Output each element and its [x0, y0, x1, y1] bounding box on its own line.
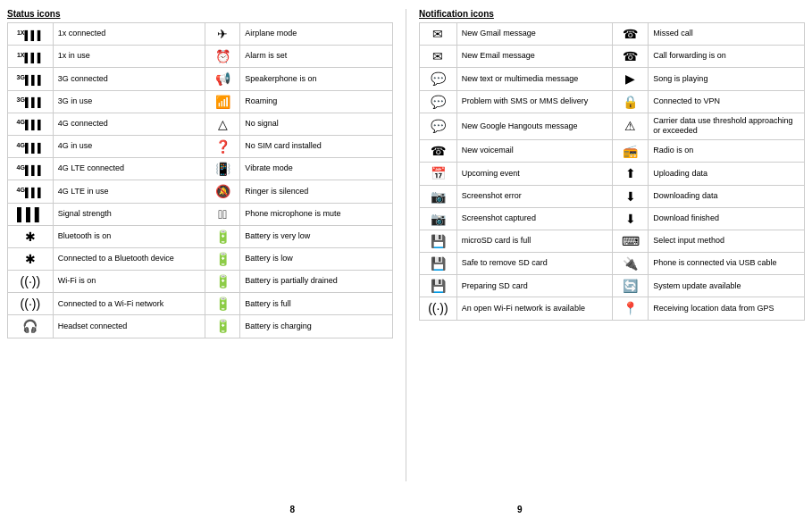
table-row: ✱ Bluetooth is on 🔋 Battery is very low	[8, 225, 393, 247]
notif-label2: Phone is connected via USB cable	[649, 253, 805, 275]
status-label: Bluetooth is on	[53, 225, 205, 247]
status-label: Connected to a Wi-Fi network	[53, 293, 205, 315]
3g_use-icon: 3G▌▌▌	[8, 90, 54, 113]
table-row: ▌▌▌ Signal strength 🎙⃠ Phone microphone …	[8, 203, 393, 225]
notif-label: An open Wi-Fi network is available	[456, 297, 613, 320]
status-icons-title: Status icons	[7, 9, 393, 19]
table-row: 📷 Screenshot captured ⬇ Download finishe…	[420, 207, 805, 230]
1x_conn-icon: 1X▌▌▌	[8, 23, 54, 46]
status-label: 4G in use	[53, 135, 205, 157]
status-label2: Phone microphone is mute	[240, 203, 393, 225]
table-row: 💾 Preparing SD card 🔄 System update avai…	[420, 275, 805, 297]
status-label2: Roaming	[240, 90, 393, 113]
status-label2: Battery is low	[240, 247, 393, 270]
status-label: Wi-Fi is on	[53, 271, 205, 293]
table-row: 💾 microSD card is full ⌨ Select input me…	[420, 230, 805, 252]
section-divider	[406, 9, 406, 481]
notif-label: New Gmail message	[456, 23, 613, 46]
wifi_open-icon: ((·))	[420, 297, 457, 320]
table-row: 4G▌▌▌ 4G LTE in use 🔕 Ringer is silenced	[8, 180, 393, 203]
status-label2: Ringer is silenced	[240, 180, 393, 203]
call_fwd-icon: ☎	[613, 46, 649, 68]
bt_on-icon: ✱	[8, 225, 54, 247]
mms-icon: 💬	[420, 68, 457, 90]
notif-label: New Google Hangouts message	[456, 113, 613, 139]
page-number-left: 8	[289, 505, 295, 514]
notif-label2: Carrier data use threshold approaching o…	[649, 113, 805, 139]
notif-label: New Email message	[456, 46, 613, 68]
notif-label: Preparing SD card	[456, 275, 613, 297]
table-row: 📅 Upcoming event ⬆ Uploading data	[420, 163, 805, 185]
notif-label2: Receiving location data from GPS	[649, 297, 805, 320]
sys_update-icon: 🔄	[613, 275, 649, 297]
input-icon: ⌨	[613, 230, 649, 252]
mic_mute-icon: 🎙⃠	[205, 203, 240, 225]
nosignal-icon: △	[205, 113, 240, 135]
notif-label2: Downloading data	[649, 185, 805, 207]
bt_conn-icon: ✱	[8, 247, 54, 270]
gmail-icon: ✉	[420, 23, 457, 46]
4g_use-icon: 4G▌▌▌	[8, 135, 54, 157]
4g_conn-icon: 4G▌▌▌	[8, 113, 54, 135]
table-row: 3G▌▌▌ 3G in use 📶 Roaming	[8, 90, 393, 113]
table-row: ((·)) An open Wi-Fi network is available…	[420, 297, 805, 320]
batt_low-icon: 🔋	[205, 225, 240, 247]
signal-icon: ▌▌▌	[8, 203, 54, 225]
nosim-icon: ❓	[205, 135, 240, 157]
hangouts-icon: 💬	[420, 113, 457, 139]
notif-label: New text or multimedia message	[456, 68, 613, 90]
notif-label: microSD card is full	[456, 230, 613, 252]
roaming-icon: 📶	[205, 90, 240, 113]
table-row: 📷 Screenshot error ⬇ Downloading data	[420, 185, 805, 207]
notif-label2: System update available	[649, 275, 805, 297]
song-icon: ▶	[613, 68, 649, 90]
status-label: 4G connected	[53, 113, 205, 135]
status-label: 1x connected	[53, 23, 205, 46]
data_thresh-icon: ⚠	[613, 113, 649, 139]
notif-label2: Song is playing	[649, 68, 805, 90]
batt_charge-icon: 🔋	[205, 315, 240, 338]
notif-label: Screenshot error	[456, 185, 613, 207]
radio-icon: 📻	[613, 140, 649, 163]
status-icons-table: 1X▌▌▌ 1x connected ✈ Airplane mode 1X▌▌▌…	[7, 22, 393, 338]
usb-icon: 🔌	[613, 253, 649, 275]
notif-label2: Missed call	[649, 23, 805, 46]
status-label2: Battery is full	[240, 293, 393, 315]
status-label2: Vibrate mode	[240, 158, 393, 180]
status-label: 1x in use	[53, 46, 205, 68]
headset-icon: 🎧	[8, 315, 54, 338]
notification-icons-table: ✉ New Gmail message ☎ Missed call ✉ New …	[419, 22, 805, 321]
status-label: 4G LTE in use	[53, 180, 205, 203]
1x_use-icon: 1X▌▌▌	[8, 46, 54, 68]
notif-label: Problem with SMS or MMS delivery	[456, 90, 613, 113]
table-row: 💬 Problem with SMS or MMS delivery 🔒 Con…	[420, 90, 805, 113]
status-label2: Airplane mode	[240, 23, 393, 46]
vibrate-icon: 📳	[205, 158, 240, 180]
4glte_use-icon: 4G▌▌▌	[8, 180, 54, 203]
wifi_on-icon: ((·))	[8, 271, 54, 293]
ringer_off-icon: 🔕	[205, 180, 240, 203]
status-label: Headset connected	[53, 315, 205, 338]
status-label: 3G connected	[53, 68, 205, 90]
status-label2: No signal	[240, 113, 393, 135]
status-icons-section: Status icons 1X▌▌▌ 1x connected ✈ Airpla…	[7, 9, 393, 481]
table-row: 💾 Safe to remove SD card 🔌 Phone is conn…	[420, 253, 805, 275]
screenshot_err-icon: 📷	[420, 185, 457, 207]
3g_conn-icon: 3G▌▌▌	[8, 68, 54, 90]
table-row: 4G▌▌▌ 4G in use ❓ No SIM card installed	[8, 135, 393, 157]
dl_done-icon: ⬇	[613, 207, 649, 230]
status-label: 4G LTE connected	[53, 158, 205, 180]
table-row: ✉ New Email message ☎ Call forwarding is…	[420, 46, 805, 68]
notif-label2: Download finished	[649, 207, 805, 230]
page-numbers: 8 9	[0, 499, 812, 518]
notif-label: Screenshot captured	[456, 207, 613, 230]
alarm-icon: ⏰	[205, 46, 240, 68]
table-row: ((·)) Wi-Fi is on 🔋 Battery is partially…	[8, 271, 393, 293]
email-icon: ✉	[420, 46, 457, 68]
download-icon: ⬇	[613, 185, 649, 207]
table-row: 💬 New text or multimedia message ▶ Song …	[420, 68, 805, 90]
page-number-right: 9	[517, 505, 523, 514]
sd_full-icon: 💾	[420, 230, 457, 252]
notif-label2: Select input method	[649, 230, 805, 252]
status-label2: Speakerphone is on	[240, 68, 393, 90]
